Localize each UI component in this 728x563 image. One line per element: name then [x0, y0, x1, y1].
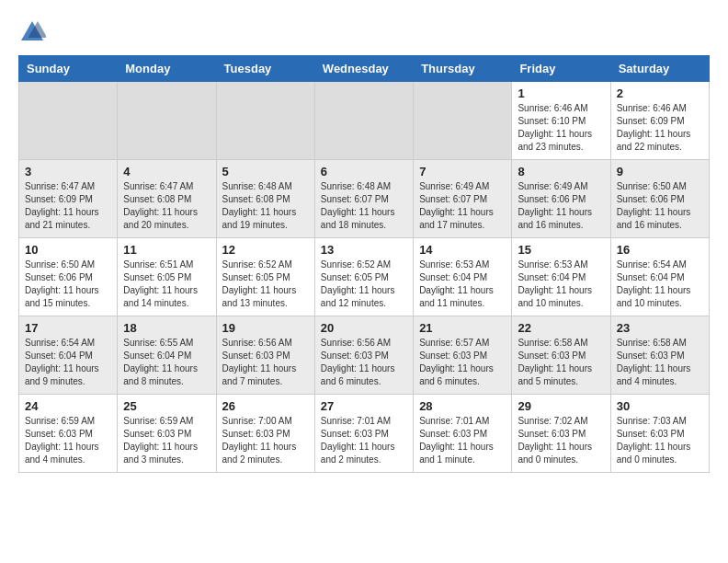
day-number: 18: [123, 321, 210, 335]
calendar-day: 29Sunrise: 7:02 AM Sunset: 6:03 PM Dayli…: [512, 395, 610, 473]
day-info: Sunrise: 6:49 AM Sunset: 6:07 PM Dayligh…: [419, 180, 506, 232]
calendar-day: 8Sunrise: 6:49 AM Sunset: 6:06 PM Daylig…: [512, 160, 610, 238]
day-number: 16: [617, 243, 703, 257]
calendar-day: 24Sunrise: 6:59 AM Sunset: 6:03 PM Dayli…: [19, 395, 118, 473]
day-info: Sunrise: 6:46 AM Sunset: 6:10 PM Dayligh…: [518, 102, 604, 154]
day-number: 26: [222, 399, 309, 413]
day-number: 10: [25, 243, 111, 257]
day-info: Sunrise: 6:59 AM Sunset: 6:03 PM Dayligh…: [25, 415, 111, 466]
day-number: 11: [123, 243, 210, 257]
day-number: 12: [222, 243, 309, 257]
day-info: Sunrise: 6:58 AM Sunset: 6:03 PM Dayligh…: [617, 337, 703, 388]
day-number: 19: [222, 321, 309, 335]
day-info: Sunrise: 6:55 AM Sunset: 6:04 PM Dayligh…: [123, 337, 210, 388]
calendar-day: 20Sunrise: 6:56 AM Sunset: 6:03 PM Dayli…: [314, 316, 413, 395]
day-info: Sunrise: 6:58 AM Sunset: 6:03 PM Dayligh…: [518, 337, 604, 388]
day-info: Sunrise: 6:54 AM Sunset: 6:04 PM Dayligh…: [617, 259, 703, 310]
calendar-day: 13Sunrise: 6:52 AM Sunset: 6:05 PM Dayli…: [314, 238, 413, 316]
weekday-header: Tuesday: [216, 56, 314, 82]
day-info: Sunrise: 6:53 AM Sunset: 6:04 PM Dayligh…: [419, 259, 506, 310]
day-info: Sunrise: 7:00 AM Sunset: 6:03 PM Dayligh…: [222, 415, 309, 466]
day-info: Sunrise: 6:57 AM Sunset: 6:03 PM Dayligh…: [419, 337, 506, 388]
day-number: 9: [617, 165, 703, 178]
calendar-day: 12Sunrise: 6:52 AM Sunset: 6:05 PM Dayli…: [216, 238, 314, 316]
calendar-day: 23Sunrise: 6:58 AM Sunset: 6:03 PM Dayli…: [610, 316, 709, 395]
day-number: 6: [321, 165, 407, 178]
calendar-day: 5Sunrise: 6:48 AM Sunset: 6:08 PM Daylig…: [216, 160, 314, 238]
calendar-day: 21Sunrise: 6:57 AM Sunset: 6:03 PM Dayli…: [414, 316, 512, 395]
calendar-week-row: 1Sunrise: 6:46 AM Sunset: 6:10 PM Daylig…: [19, 82, 710, 160]
calendar-day: [216, 82, 314, 160]
day-info: Sunrise: 6:51 AM Sunset: 6:05 PM Dayligh…: [123, 259, 210, 310]
calendar-day: 26Sunrise: 7:00 AM Sunset: 6:03 PM Dayli…: [216, 395, 314, 473]
day-info: Sunrise: 7:01 AM Sunset: 6:03 PM Dayligh…: [419, 415, 506, 466]
calendar-day: [314, 82, 413, 160]
calendar-week-row: 10Sunrise: 6:50 AM Sunset: 6:06 PM Dayli…: [19, 238, 710, 316]
day-number: 7: [419, 165, 506, 178]
day-number: 15: [518, 243, 604, 257]
day-info: Sunrise: 6:48 AM Sunset: 6:07 PM Dayligh…: [321, 180, 407, 232]
calendar-day: 15Sunrise: 6:53 AM Sunset: 6:04 PM Dayli…: [512, 238, 610, 316]
calendar-day: 28Sunrise: 7:01 AM Sunset: 6:03 PM Dayli…: [414, 395, 512, 473]
calendar: SundayMondayTuesdayWednesdayThursdayFrid…: [18, 55, 710, 473]
day-info: Sunrise: 7:01 AM Sunset: 6:03 PM Dayligh…: [321, 415, 407, 466]
calendar-day: 22Sunrise: 6:58 AM Sunset: 6:03 PM Dayli…: [512, 316, 610, 395]
day-number: 14: [419, 243, 506, 257]
day-number: 23: [617, 321, 703, 335]
day-info: Sunrise: 6:59 AM Sunset: 6:03 PM Dayligh…: [123, 415, 210, 466]
calendar-day: 9Sunrise: 6:50 AM Sunset: 6:06 PM Daylig…: [610, 160, 709, 238]
day-number: 25: [123, 399, 210, 413]
day-info: Sunrise: 6:46 AM Sunset: 6:09 PM Dayligh…: [617, 102, 703, 154]
day-number: 8: [518, 165, 604, 178]
day-number: 30: [617, 399, 703, 413]
day-number: 28: [419, 399, 506, 413]
day-info: Sunrise: 6:48 AM Sunset: 6:08 PM Dayligh…: [222, 180, 309, 232]
calendar-week-row: 17Sunrise: 6:54 AM Sunset: 6:04 PM Dayli…: [19, 316, 710, 395]
day-number: 3: [25, 165, 111, 178]
calendar-day: 17Sunrise: 6:54 AM Sunset: 6:04 PM Dayli…: [19, 316, 118, 395]
day-info: Sunrise: 6:56 AM Sunset: 6:03 PM Dayligh…: [321, 337, 407, 388]
calendar-week-row: 24Sunrise: 6:59 AM Sunset: 6:03 PM Dayli…: [19, 395, 710, 473]
calendar-day: [19, 82, 118, 160]
day-number: 1: [518, 86, 604, 100]
day-number: 4: [123, 165, 210, 178]
calendar-day: 14Sunrise: 6:53 AM Sunset: 6:04 PM Dayli…: [414, 238, 512, 316]
day-number: 24: [25, 399, 111, 413]
calendar-day: 7Sunrise: 6:49 AM Sunset: 6:07 PM Daylig…: [414, 160, 512, 238]
weekday-header: Friday: [512, 56, 610, 82]
day-number: 5: [222, 165, 309, 178]
calendar-day: 11Sunrise: 6:51 AM Sunset: 6:05 PM Dayli…: [118, 238, 216, 316]
calendar-day: 25Sunrise: 6:59 AM Sunset: 6:03 PM Dayli…: [118, 395, 216, 473]
day-info: Sunrise: 6:53 AM Sunset: 6:04 PM Dayligh…: [518, 259, 604, 310]
calendar-day: 6Sunrise: 6:48 AM Sunset: 6:07 PM Daylig…: [314, 160, 413, 238]
calendar-day: 1Sunrise: 6:46 AM Sunset: 6:10 PM Daylig…: [512, 82, 610, 160]
logo-icon: [18, 18, 46, 46]
day-info: Sunrise: 6:52 AM Sunset: 6:05 PM Dayligh…: [321, 259, 407, 310]
calendar-day: 10Sunrise: 6:50 AM Sunset: 6:06 PM Dayli…: [19, 238, 118, 316]
day-info: Sunrise: 6:54 AM Sunset: 6:04 PM Dayligh…: [25, 337, 111, 388]
calendar-day: [414, 82, 512, 160]
calendar-week-row: 3Sunrise: 6:47 AM Sunset: 6:09 PM Daylig…: [19, 160, 710, 238]
weekday-header: Monday: [118, 56, 216, 82]
day-info: Sunrise: 6:49 AM Sunset: 6:06 PM Dayligh…: [518, 180, 604, 232]
calendar-day: 3Sunrise: 6:47 AM Sunset: 6:09 PM Daylig…: [19, 160, 118, 238]
day-number: 2: [617, 86, 703, 100]
day-number: 13: [321, 243, 407, 257]
day-number: 21: [419, 321, 506, 335]
day-number: 22: [518, 321, 604, 335]
day-info: Sunrise: 7:02 AM Sunset: 6:03 PM Dayligh…: [518, 415, 604, 466]
weekday-header: Thursday: [414, 56, 512, 82]
calendar-day: 2Sunrise: 6:46 AM Sunset: 6:09 PM Daylig…: [610, 82, 709, 160]
day-info: Sunrise: 6:52 AM Sunset: 6:05 PM Dayligh…: [222, 259, 309, 310]
day-number: 20: [321, 321, 407, 335]
weekday-header: Wednesday: [314, 56, 413, 82]
calendar-day: 4Sunrise: 6:47 AM Sunset: 6:08 PM Daylig…: [118, 160, 216, 238]
calendar-day: 30Sunrise: 7:03 AM Sunset: 6:03 PM Dayli…: [610, 395, 709, 473]
weekday-header: Saturday: [610, 56, 709, 82]
weekday-header: Sunday: [19, 56, 118, 82]
day-info: Sunrise: 6:56 AM Sunset: 6:03 PM Dayligh…: [222, 337, 309, 388]
day-info: Sunrise: 6:47 AM Sunset: 6:08 PM Dayligh…: [123, 180, 210, 232]
weekday-header-row: SundayMondayTuesdayWednesdayThursdayFrid…: [19, 56, 710, 82]
day-number: 27: [321, 399, 407, 413]
logo: [18, 18, 50, 46]
